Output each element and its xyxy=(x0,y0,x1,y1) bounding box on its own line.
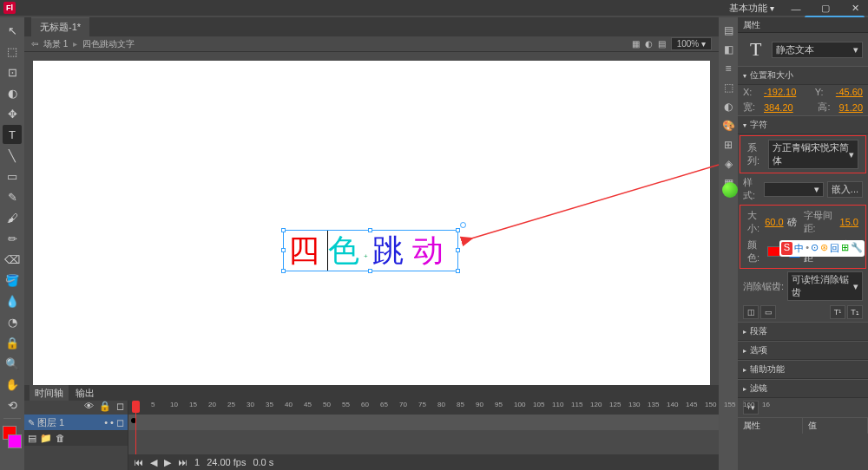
handle-tm[interactable] xyxy=(368,228,372,232)
new-layer-button[interactable]: ▤ xyxy=(28,433,36,444)
play-prev[interactable]: ◀ xyxy=(150,457,157,468)
handle-bm[interactable] xyxy=(368,269,372,273)
crumb-clip[interactable]: 四色跳动文字 xyxy=(82,38,135,50)
btn-3[interactable]: T¹ xyxy=(830,305,845,319)
handle-tl[interactable] xyxy=(281,228,286,232)
h-value[interactable]: 91.20 xyxy=(838,102,863,113)
rail-icon-5[interactable]: ◐ xyxy=(720,99,736,114)
text-tool[interactable]: T xyxy=(3,125,22,144)
rail-icon-2[interactable]: ◧ xyxy=(720,42,736,57)
handle-bl[interactable] xyxy=(281,269,286,273)
char-4: 动 xyxy=(408,230,448,272)
section-character[interactable]: 字符 xyxy=(738,115,868,134)
pen-tool[interactable]: ✥ xyxy=(3,104,22,123)
x-value[interactable]: -192.10 xyxy=(764,87,796,97)
layer-row[interactable]: ✎ 图层 1• • ◻ xyxy=(24,415,128,430)
antialias-dropdown[interactable]: 可读性消除锯齿▾ xyxy=(787,271,863,301)
delete-layer-button[interactable]: 🗑 xyxy=(56,433,65,443)
section-position[interactable]: 位置和大小 xyxy=(738,66,868,85)
text-selection-box[interactable]: 四 色 + 跳 动 xyxy=(283,230,458,271)
fps-display: 24.00 fps xyxy=(207,457,246,467)
btn-2[interactable]: ▭ xyxy=(760,305,776,319)
lock-icon[interactable]: 🔒 xyxy=(99,401,111,415)
bind-tool[interactable]: 🔒 xyxy=(3,333,22,352)
rail-icon-3[interactable]: ≡ xyxy=(720,61,736,76)
val-col-header: 值 xyxy=(803,418,868,434)
rail-icon-7[interactable]: ⊞ xyxy=(720,137,736,153)
btn-4[interactable]: T₁ xyxy=(847,305,863,319)
crumb-tool-icon[interactable]: ▦ xyxy=(632,39,640,49)
bucket-tool[interactable]: 🪣 xyxy=(3,271,22,290)
swatch-controls[interactable] xyxy=(3,426,22,448)
size-value[interactable]: 60.0 xyxy=(765,217,783,227)
subselect-tool[interactable]: ⬚ xyxy=(3,42,22,61)
rail-icon-6[interactable]: 🎨 xyxy=(720,118,736,134)
zoom-field[interactable]: 100% ▾ xyxy=(671,37,712,50)
section-paragraph[interactable]: 段落 xyxy=(738,322,868,341)
play-last[interactable]: ⏭ xyxy=(178,457,187,467)
stage[interactable]: 四 色 + 跳 动 xyxy=(33,61,710,403)
font-dropdown[interactable]: 方正青铜宋悦宋简体▾ xyxy=(768,140,858,169)
visibility-icon[interactable]: 👁 xyxy=(84,401,94,415)
handle-rotate[interactable] xyxy=(460,222,466,228)
new-folder-button[interactable]: 📁 xyxy=(40,433,52,444)
hand-tool[interactable]: ✋ xyxy=(3,375,22,394)
y-value[interactable]: -45.60 xyxy=(836,87,863,97)
line-tool[interactable]: ╲ xyxy=(3,146,22,165)
play-first[interactable]: ⏮ xyxy=(134,457,143,467)
close-button[interactable]: ✕ xyxy=(842,1,868,16)
frame-ruler[interactable]: 1510152025303540455055606570758085909510… xyxy=(128,401,719,415)
outline-icon[interactable]: ◻ xyxy=(116,401,124,415)
output-tab[interactable]: 输出 xyxy=(70,385,100,401)
rotate-tool[interactable]: ⟲ xyxy=(3,395,22,415)
free-transform-tool[interactable]: ⊡ xyxy=(3,62,22,82)
eraser-tool[interactable]: ⌫ xyxy=(3,250,22,269)
properties-panel: 属性 T 静态文本▾ 位置和大小 X:-192.10Y:-45.60 宽:384… xyxy=(738,17,868,470)
crumb-icon[interactable]: ⇦ xyxy=(31,39,38,49)
handle-tr[interactable] xyxy=(456,228,460,232)
bone-tool[interactable]: ◔ xyxy=(3,312,22,331)
selection-tool[interactable]: ↖ xyxy=(3,21,22,40)
handle-mr[interactable] xyxy=(456,248,460,252)
handle-ml[interactable] xyxy=(281,248,286,252)
zoom-tool[interactable]: 🔍 xyxy=(3,354,22,373)
text-cursor xyxy=(327,231,328,271)
lasso-tool[interactable]: ◐ xyxy=(3,83,22,102)
rail-icon-1[interactable]: ▤ xyxy=(720,23,736,38)
minimize-button[interactable]: — xyxy=(783,1,809,16)
rail-icon-4[interactable]: ⬚ xyxy=(720,80,736,95)
time-display: 0.0 s xyxy=(253,457,273,467)
tool-column: ↖ ⬚ ⊡ ◐ ✥ T ╲ ▭ ✎ 🖌 ✏ ⌫ 🪣 💧 ◔ 🔒 🔍 ✋ ⟲ xyxy=(0,17,24,470)
btn-1[interactable]: ◫ xyxy=(743,305,759,319)
workspace-dropdown[interactable]: 基本功能 ▾ xyxy=(724,0,779,16)
section-accessibility[interactable]: 辅助功能 xyxy=(738,360,868,379)
crumb-scene[interactable]: 场景 1 xyxy=(43,38,68,50)
section-options[interactable]: 选项 xyxy=(738,341,868,360)
char-1: 四 xyxy=(284,230,324,272)
stroke-swatch[interactable] xyxy=(8,434,22,448)
eyedropper-tool[interactable]: 💧 xyxy=(3,291,22,310)
timeline-tab[interactable]: 时间轴 xyxy=(30,385,69,401)
document-tab[interactable]: 无标题-1* xyxy=(31,17,89,36)
play-next[interactable]: ▶ xyxy=(164,457,171,468)
section-filters[interactable]: 滤镜 xyxy=(738,379,868,398)
app-icon: Fl xyxy=(3,2,16,14)
crumb-tool-icon3[interactable]: ▤ xyxy=(658,39,666,49)
properties-tab[interactable]: 属性 xyxy=(738,17,868,33)
crumb-tool-icon2[interactable]: ◐ xyxy=(645,39,653,49)
spacing-value[interactable]: 15.0 xyxy=(840,217,858,227)
char-2: 色 xyxy=(324,230,364,272)
brush-tool[interactable]: 🖌 xyxy=(3,208,22,227)
style-dropdown[interactable]: ▾ xyxy=(764,182,824,197)
handle-br[interactable] xyxy=(456,269,460,273)
embed-button[interactable]: 嵌入... xyxy=(827,181,863,198)
w-value[interactable]: 384.20 xyxy=(764,102,793,113)
deco-tool[interactable]: ✏ xyxy=(3,229,22,248)
rail-icon-8[interactable]: ◈ xyxy=(720,156,736,172)
text-type-dropdown[interactable]: 静态文本▾ xyxy=(772,42,863,58)
frame-track[interactable] xyxy=(128,415,719,430)
pencil-tool[interactable]: ✎ xyxy=(3,187,22,206)
rectangle-tool[interactable]: ▭ xyxy=(3,166,22,186)
maximize-button[interactable]: ▢ xyxy=(812,1,838,16)
ime-toolbar[interactable]: S 中 • ⊙ ⊛ 回 ⊞ 🔧 xyxy=(779,240,865,257)
